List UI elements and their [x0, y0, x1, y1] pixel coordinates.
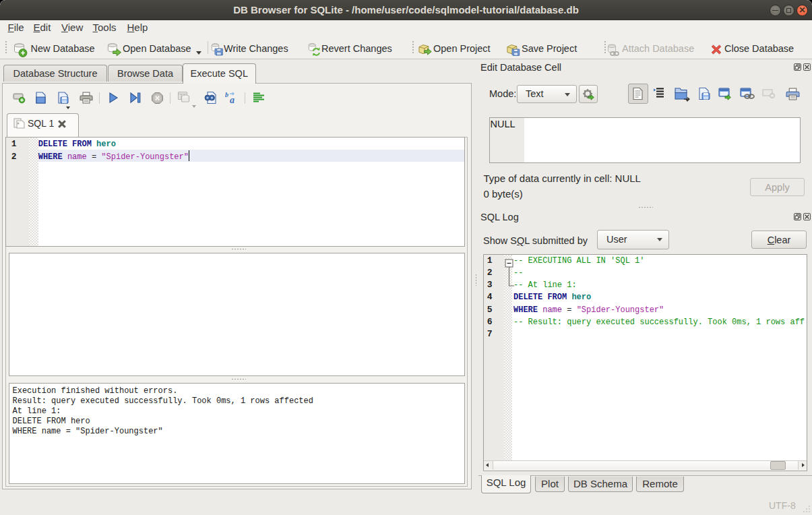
svg-text:b: b [225, 92, 228, 98]
svg-text:a: a [230, 95, 235, 104]
